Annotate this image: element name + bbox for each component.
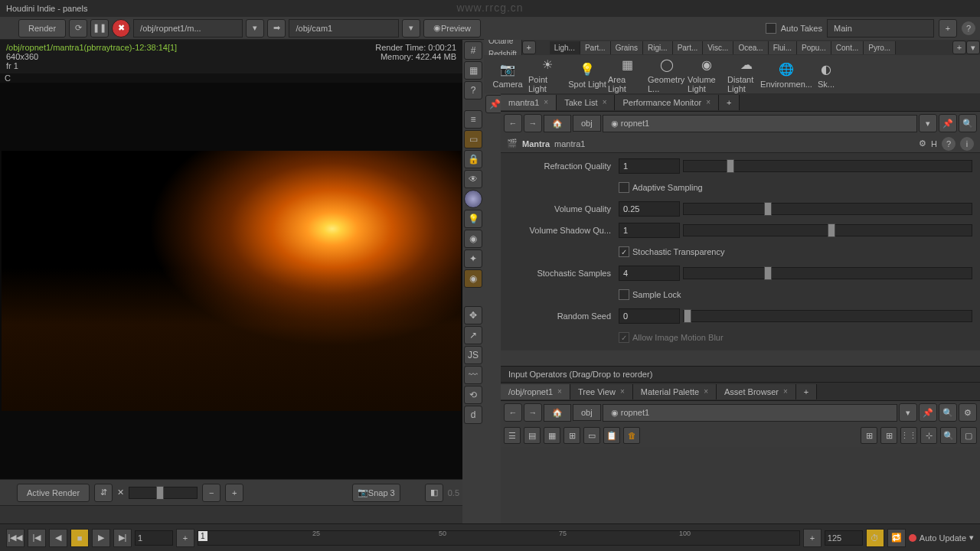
timeline-track[interactable]: 1 25 50 75 100: [198, 530, 800, 546]
adaptive-sampling-check[interactable]: [619, 182, 629, 193]
tool-js-icon[interactable]: JS: [464, 346, 482, 364]
pane-tab[interactable]: /obj/ropnet1 ×: [501, 384, 570, 399]
scale-lock-icon[interactable]: ◧: [425, 484, 443, 502]
play-back-button[interactable]: ◀: [49, 529, 67, 547]
rop-dropdown[interactable]: ▾: [246, 19, 264, 37]
nav-fwd-icon[interactable]: →: [524, 114, 542, 132]
nav-back-icon[interactable]: ←: [504, 114, 522, 132]
volume-shadow-input[interactable]: [619, 223, 680, 238]
node-name-field[interactable]: mantra1: [554, 139, 585, 148]
trash-icon[interactable]: 🗑: [623, 427, 640, 444]
node-help-icon[interactable]: ?: [942, 137, 956, 151]
shelf-tab[interactable]: Ocea...: [733, 41, 768, 54]
auto-takes-check[interactable]: [766, 23, 776, 34]
camera-dropdown[interactable]: ▾: [402, 19, 420, 37]
tool-axis-icon[interactable]: ✦: [464, 249, 482, 268]
active-render-select[interactable]: Active Render: [17, 484, 90, 502]
pane-tab[interactable]: mantra1 ×: [501, 95, 557, 110]
tool-lock-icon[interactable]: 🔒: [464, 150, 482, 168]
align-icon[interactable]: ⊞: [861, 427, 877, 444]
shelf-item[interactable]: ◯Geometry L...: [648, 55, 686, 93]
render-view[interactable]: [0, 83, 462, 479]
shelf-item[interactable]: 💡Spot Light: [568, 60, 606, 89]
random-seed-slider[interactable]: [683, 310, 972, 322]
shelf-item[interactable]: ☀Point Light: [528, 55, 567, 93]
bc-home-icon[interactable]: 🏠: [544, 115, 571, 132]
tool-drop-icon[interactable]: ◉: [464, 230, 482, 248]
close-tab-icon[interactable]: ×: [544, 98, 548, 106]
stochastic-samples-input[interactable]: [619, 266, 680, 281]
reload-button[interactable]: ⟳: [69, 19, 87, 37]
loop-button[interactable]: 🔁: [887, 529, 906, 547]
camera-path-field[interactable]: /obj/cam1: [289, 19, 398, 37]
shelf-add-left[interactable]: +: [522, 41, 536, 54]
search-icon[interactable]: 🔍: [940, 427, 957, 444]
layout-wide-icon[interactable]: ▭: [583, 427, 600, 444]
shelf-menu[interactable]: ▾: [966, 41, 980, 54]
frame-icon[interactable]: ▢: [960, 427, 977, 444]
shelf-tab[interactable]: Part...: [673, 41, 704, 54]
layout-tiles-icon[interactable]: ⊞: [564, 427, 580, 444]
close-icon[interactable]: ✕: [117, 487, 124, 497]
take-select[interactable]: Main: [827, 19, 934, 37]
shelf-item[interactable]: ◉Volume Light: [688, 55, 726, 93]
shelf-tab[interactable]: Flui...: [769, 41, 797, 54]
tool-active-icon[interactable]: ▭: [464, 130, 482, 148]
zoom-in-button[interactable]: +: [225, 484, 243, 502]
volume-shadow-slider[interactable]: [683, 224, 972, 236]
dots-icon[interactable]: ⋮⋮: [900, 427, 917, 444]
shelf-tab[interactable]: Popu...: [797, 41, 831, 54]
shelf-tab[interactable]: Part...: [580, 41, 611, 54]
preview-button[interactable]: ◉ Preview: [423, 19, 481, 37]
volume-quality-input[interactable]: [619, 201, 680, 217]
bc-pin-icon[interactable]: 📌: [939, 114, 957, 132]
net-ropnet[interactable]: ◉ ropnet1: [603, 404, 897, 422]
shelf-tab[interactable]: Visc...: [703, 41, 733, 54]
shelf-tab[interactable]: Ligh...: [550, 41, 580, 54]
jump-icon[interactable]: ➡: [267, 19, 286, 37]
end-frame-input[interactable]: [825, 530, 863, 546]
layout-grid-icon[interactable]: ▦: [544, 427, 560, 444]
range-start-button[interactable]: +: [176, 529, 194, 547]
pane-tab[interactable]: Asset Browser ×: [717, 384, 796, 399]
close-tab-icon[interactable]: ×: [603, 98, 607, 106]
net-obj[interactable]: obj: [573, 404, 601, 421]
shelf-add-right[interactable]: +: [952, 41, 966, 54]
bc-find-icon[interactable]: 🔍: [959, 114, 977, 132]
close-tab-icon[interactable]: ×: [620, 387, 625, 396]
stochastic-samples-slider[interactable]: [683, 267, 972, 279]
realtime-button[interactable]: ⏱: [866, 529, 884, 547]
add-tab-button[interactable]: +: [719, 95, 740, 110]
shelf-item[interactable]: 🌐Environmen...: [767, 60, 805, 89]
shelf-tab[interactable]: Octane: [484, 40, 522, 47]
net-dropdown[interactable]: ▾: [899, 403, 917, 422]
net-home-icon[interactable]: 🏠: [544, 404, 571, 422]
prev-key-button[interactable]: |◀: [28, 529, 46, 547]
shelf-item[interactable]: 📷Camera: [488, 60, 527, 89]
snap-icon[interactable]: ⊹: [920, 427, 937, 444]
pause-button[interactable]: ❚❚: [90, 19, 109, 37]
pane-tab[interactable]: Material Palette ×: [633, 384, 717, 399]
layout-list-icon[interactable]: ☰: [504, 427, 521, 444]
shelf-tab[interactable]: Grains: [611, 41, 643, 54]
first-frame-button[interactable]: |◀◀: [6, 529, 24, 547]
shelf-tab[interactable]: Rigi...: [643, 41, 673, 54]
range-end-button[interactable]: +: [803, 529, 822, 547]
tool-eye-icon[interactable]: 👁: [464, 170, 482, 188]
net-find-icon[interactable]: 🔍: [939, 403, 957, 422]
tool-rotate-icon[interactable]: ⟲: [464, 386, 482, 404]
tool-curve-icon[interactable]: 〰: [464, 366, 482, 384]
net-pin-icon[interactable]: 📌: [919, 403, 937, 422]
shelf-tab[interactable]: Pyro...: [864, 41, 896, 54]
zoom-out-button[interactable]: −: [202, 484, 220, 502]
play-fwd-button[interactable]: ▶: [92, 529, 110, 547]
random-seed-input[interactable]: [619, 308, 680, 324]
tool-render-icon[interactable]: ◉: [464, 269, 482, 288]
tool-arrow-icon[interactable]: ↗: [464, 326, 482, 344]
tool-d-icon[interactable]: d: [464, 406, 482, 424]
tool-layers-icon[interactable]: ≡: [464, 110, 482, 129]
node-info-icon[interactable]: i: [960, 137, 974, 151]
tool-grid-icon[interactable]: ▦: [464, 61, 482, 80]
start-frame-input[interactable]: [135, 530, 173, 546]
playhead[interactable]: 1: [198, 531, 207, 541]
